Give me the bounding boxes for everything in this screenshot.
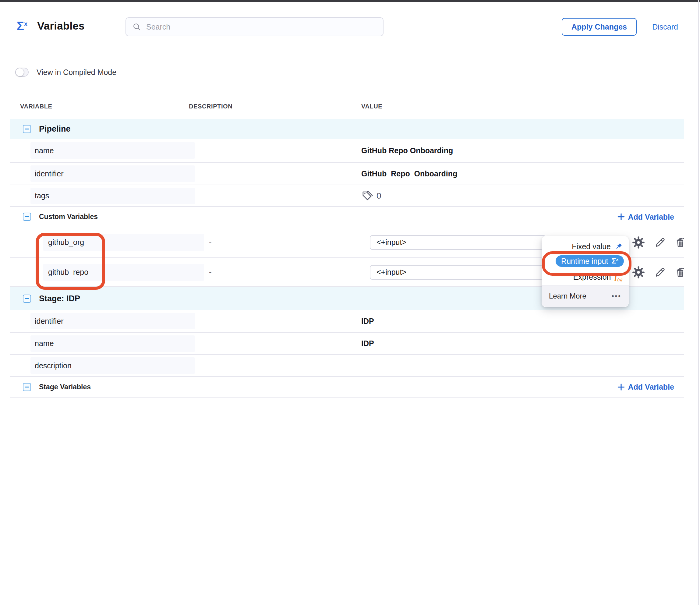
menu-item-runtime-input[interactable]: Runtime input Σx xyxy=(542,253,629,269)
add-variable-button[interactable]: Add Variable xyxy=(617,212,674,221)
search-box[interactable] xyxy=(125,17,383,36)
page-title: Variables xyxy=(37,20,85,32)
discard-button[interactable]: Discard xyxy=(652,18,678,36)
row-actions xyxy=(632,266,686,279)
column-description: DESCRIPTION xyxy=(189,103,359,110)
sigma-runtime-icon: Σx xyxy=(612,257,618,265)
row-value: 0 xyxy=(359,190,684,202)
row-label: name xyxy=(30,142,195,159)
window-top-bar xyxy=(0,0,700,2)
plus-icon xyxy=(617,383,625,391)
collapse-icon[interactable] xyxy=(23,212,31,221)
row-label: name xyxy=(30,335,195,352)
collapse-icon[interactable] xyxy=(23,295,31,303)
variables-panel: Σx Variables Apply Changes Discard View … xyxy=(0,0,700,605)
menu-item-expression[interactable]: Expression f(x) xyxy=(542,269,629,285)
learn-more-link[interactable]: Learn More xyxy=(549,292,586,300)
runtime-input-field[interactable]: <+input> xyxy=(370,265,546,280)
collapse-icon[interactable] xyxy=(23,383,31,391)
table-row-pipeline-name: name GitHub Repo Onboarding xyxy=(10,139,684,163)
subsection-title: Stage Variables xyxy=(39,383,91,391)
delete-trash-icon[interactable] xyxy=(674,267,686,278)
scrollbar-track[interactable] xyxy=(698,0,699,605)
collapse-icon[interactable] xyxy=(23,125,31,133)
tag-icon xyxy=(361,190,373,202)
variable-value-cell: <+input> xyxy=(359,227,684,257)
settings-gear-icon[interactable] xyxy=(632,236,645,249)
table-row-pipeline-identifier: identifier GitHub_Repo_Onboarding xyxy=(10,163,684,185)
apply-changes-button[interactable]: Apply Changes xyxy=(562,18,636,36)
search-input[interactable] xyxy=(146,22,366,32)
variable-name: github_repo xyxy=(43,264,204,281)
table-row-stage-name: name IDP xyxy=(10,333,684,355)
runtime-input-field[interactable]: <+input> xyxy=(370,235,546,250)
row-value: IDP xyxy=(359,317,684,326)
variable-description: - xyxy=(189,237,359,247)
more-options-dots[interactable]: ••• xyxy=(612,292,621,300)
row-value: IDP xyxy=(359,339,684,348)
add-variable-button[interactable]: Add Variable xyxy=(617,383,674,392)
panel-header: Σx Variables Apply Changes Discard xyxy=(0,2,700,50)
menu-item-fixed-value[interactable]: Fixed value xyxy=(542,240,629,253)
search-icon xyxy=(132,22,141,31)
subheader-stage-variables: Stage Variables Add Variable xyxy=(10,377,684,398)
section-row-pipeline[interactable]: Pipeline xyxy=(10,119,684,139)
runtime-input-selected-pill[interactable]: Runtime input Σx xyxy=(556,255,624,267)
edit-pencil-icon[interactable] xyxy=(654,236,666,249)
plus-icon xyxy=(617,213,625,221)
table-row-stage-identifier: identifier IDP xyxy=(10,310,684,333)
tag-count: 0 xyxy=(376,191,381,201)
compiled-mode-label: View in Compiled Mode xyxy=(36,68,116,77)
settings-gear-icon[interactable] xyxy=(632,266,645,279)
menu-footer: Learn More ••• xyxy=(542,285,629,307)
toggle-knob xyxy=(16,68,24,76)
row-value: GitHub Repo Onboarding xyxy=(359,146,684,155)
delete-trash-icon[interactable] xyxy=(674,237,686,248)
fx-expression-icon: f(x) xyxy=(615,272,623,282)
compiled-mode-toggle-row: View in Compiled Mode xyxy=(15,68,116,77)
row-value: GitHub_Repo_Onboarding xyxy=(359,169,684,178)
edit-pencil-icon[interactable] xyxy=(654,266,666,278)
column-value: VALUE xyxy=(359,103,684,110)
table-column-headers: VARIABLE DESCRIPTION VALUE xyxy=(10,103,684,110)
row-actions xyxy=(632,236,686,249)
sigma-variables-icon: Σx xyxy=(17,20,27,32)
row-label: identifier xyxy=(30,313,195,329)
section-title: Pipeline xyxy=(39,124,71,134)
variable-description: - xyxy=(189,268,359,277)
subsection-title: Custom Variables xyxy=(39,212,98,221)
section-title: Stage: IDP xyxy=(39,294,80,303)
row-label: tags xyxy=(30,188,195,204)
table-row-stage-description: description xyxy=(10,355,684,377)
subheader-custom-variables: Custom Variables Add Variable xyxy=(10,207,684,227)
value-type-menu: Fixed value Runtime input Σx Expression … xyxy=(542,236,629,307)
column-variable: VARIABLE xyxy=(10,103,189,110)
table-row-pipeline-tags: tags 0 xyxy=(10,185,684,207)
row-label: identifier xyxy=(30,166,195,182)
row-label: description xyxy=(30,357,195,374)
variable-value-cell: <+input> xyxy=(359,258,684,286)
variable-name: github_org xyxy=(43,234,204,251)
pushpin-icon xyxy=(615,243,623,251)
compiled-mode-toggle[interactable] xyxy=(15,68,29,77)
